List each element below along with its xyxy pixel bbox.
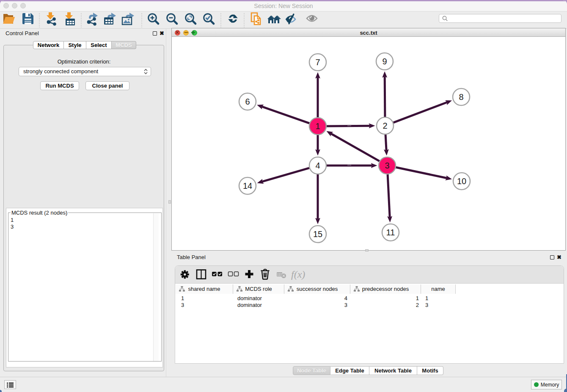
svg-text:6: 6: [245, 97, 250, 106]
svg-text:1: 1: [315, 121, 320, 131]
svg-text:11: 11: [386, 228, 395, 237]
svg-text:7: 7: [315, 58, 320, 67]
svg-text:9: 9: [382, 57, 387, 66]
svg-text:2: 2: [383, 121, 387, 130]
svg-text:14: 14: [243, 181, 252, 190]
svg-text:8: 8: [459, 92, 463, 102]
svg-text:15: 15: [313, 229, 322, 239]
svg-text:4: 4: [315, 161, 320, 170]
svg-text:3: 3: [385, 161, 389, 170]
svg-text:10: 10: [457, 177, 466, 186]
svg-text:f(x): f(x): [291, 269, 305, 280]
